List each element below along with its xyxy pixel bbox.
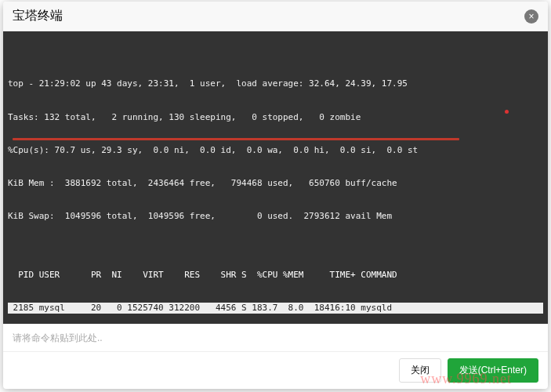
annotation-underline <box>13 138 459 140</box>
footer: 关闭 发送(Ctrl+Enter) <box>3 351 548 389</box>
terminal-modal: 宝塔终端 × top - 21:29:02 up 43 days, 23:31,… <box>3 2 548 389</box>
process-header: PID USER PR NI VIRT RES SHR S %CPU %MEM … <box>8 270 543 281</box>
close-icon[interactable]: × <box>524 9 538 24</box>
summary-line: KiB Swap: 1049596 total, 1049596 free, 0… <box>8 211 543 222</box>
summary-line: top - 21:29:02 up 43 days, 23:31, 1 user… <box>8 78 543 89</box>
summary-line: KiB Mem : 3881692 total, 2436464 free, 7… <box>8 178 543 189</box>
window-title: 宝塔终端 <box>13 8 63 24</box>
summary-line: Tasks: 132 total, 2 running, 130 sleepin… <box>8 112 543 123</box>
terminal-output[interactable]: top - 21:29:02 up 43 days, 23:31, 1 user… <box>3 31 548 324</box>
command-input[interactable]: 请将命令粘贴到此处.. <box>3 324 548 351</box>
send-button[interactable]: 发送(Ctrl+Enter) <box>448 358 538 383</box>
process-row-highlighted: 2185 mysql 20 0 1525740 312200 4456 S 18… <box>8 303 543 314</box>
close-button[interactable]: 关闭 <box>399 358 441 383</box>
annotation-dot <box>505 110 509 114</box>
top-summary: top - 21:29:02 up 43 days, 23:31, 1 user… <box>8 56 543 244</box>
summary-line: %Cpu(s): 70.7 us, 29.3 sy, 0.0 ni, 0.0 i… <box>8 145 543 156</box>
titlebar: 宝塔终端 × <box>3 2 548 31</box>
